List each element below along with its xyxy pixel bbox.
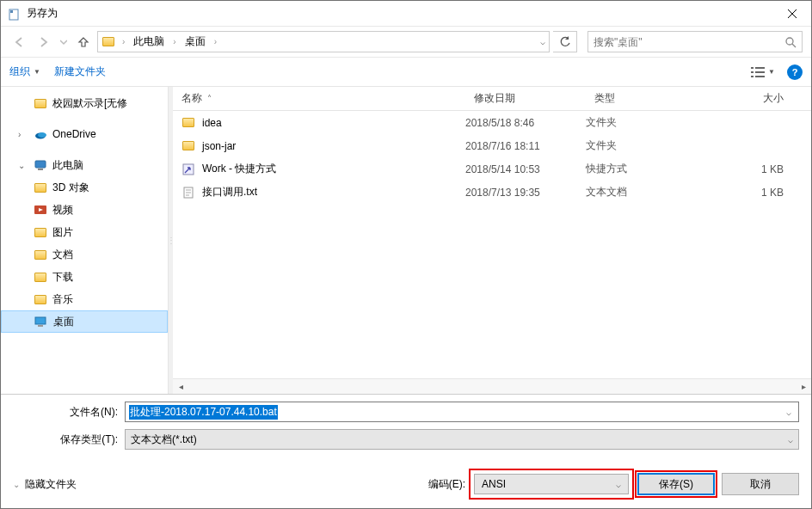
- new-folder-label: 新建文件夹: [54, 64, 106, 79]
- svg-rect-1: [10, 10, 13, 13]
- chevron-down-icon: ⌵: [788, 435, 793, 445]
- sidebar-item-music[interactable]: 音乐: [1, 288, 168, 310]
- chevron-right-icon: ›: [211, 37, 220, 46]
- view-mode-button[interactable]: ▼: [751, 66, 775, 78]
- scroll-right-button[interactable]: ▸: [796, 379, 811, 395]
- folder-icon: [181, 116, 195, 130]
- breadcrumb-root[interactable]: 此电脑: [132, 34, 166, 49]
- svg-rect-10: [751, 76, 754, 77]
- svg-rect-6: [751, 67, 754, 69]
- app-icon: [8, 7, 22, 21]
- folder-icon: [34, 292, 47, 306]
- titlebar: 另存为: [1, 1, 811, 27]
- save-form: 文件名(N): 批处理-2018.07.17-07.44.10.bat ⌵ 保存…: [1, 395, 811, 463]
- filename-value: 批处理-2018.07.17-07.44.10.bat: [129, 405, 278, 420]
- col-size[interactable]: 大小: [715, 91, 792, 106]
- breadcrumb-current[interactable]: 桌面: [183, 34, 207, 49]
- encoding-select[interactable]: ANSI ⌵: [474, 474, 629, 494]
- history-dropdown[interactable]: [58, 32, 70, 52]
- horizontal-scrollbar[interactable]: ◂ ▸: [173, 378, 811, 394]
- file-row[interactable]: Work - 快捷方式 2018/5/14 10:53 快捷方式 1 KB: [173, 157, 811, 181]
- desktop-icon: [34, 315, 48, 328]
- folder-icon: [34, 225, 47, 239]
- sidebar-item-folder[interactable]: 校园默示录[无修: [1, 92, 168, 114]
- chevron-down-icon: ▼: [768, 68, 775, 76]
- up-button[interactable]: [73, 32, 94, 52]
- onedrive-icon: [34, 127, 47, 141]
- sidebar-item-downloads[interactable]: 下载: [1, 266, 168, 288]
- chevron-down-icon: ⌄: [13, 480, 20, 489]
- svg-line-5: [792, 44, 796, 47]
- shortcut-icon: [181, 163, 195, 176]
- svg-rect-9: [755, 71, 765, 73]
- cancel-button[interactable]: 取消: [722, 473, 799, 495]
- folder-icon: [34, 248, 47, 261]
- file-row[interactable]: idea 2018/5/18 8:46 文件夹: [173, 111, 811, 134]
- search-input[interactable]: [594, 36, 784, 48]
- chevron-right-icon: ›: [169, 37, 179, 46]
- folder-icon: [34, 181, 47, 194]
- filename-label: 文件名(N):: [13, 405, 125, 420]
- sidebar-item-label: 视频: [52, 203, 73, 218]
- organize-button[interactable]: 组织 ▼: [9, 64, 40, 79]
- svg-rect-18: [35, 317, 46, 324]
- back-button[interactable]: [9, 32, 30, 52]
- filename-input[interactable]: 批处理-2018.07.17-07.44.10.bat ⌵: [125, 402, 799, 422]
- file-row[interactable]: json-jar 2018/7/16 18:11 文件夹: [173, 134, 811, 157]
- col-type[interactable]: 类型: [586, 91, 715, 106]
- help-button[interactable]: ?: [787, 64, 803, 80]
- svg-rect-11: [755, 76, 765, 77]
- organize-label: 组织: [9, 64, 30, 79]
- sidebar-item-thispc[interactable]: ⌄ 此电脑: [1, 154, 168, 176]
- col-name[interactable]: 名称 ˄: [173, 91, 465, 106]
- col-modified[interactable]: 修改日期: [465, 91, 586, 106]
- sidebar-item-videos[interactable]: 视频: [1, 199, 168, 221]
- sidebar-item-documents[interactable]: 文档: [1, 243, 168, 266]
- file-list: idea 2018/5/18 8:46 文件夹 json-jar 2018/7/…: [173, 111, 811, 378]
- sidebar-item-label: 文档: [52, 248, 73, 262]
- sidebar-item-onedrive[interactable]: › OneDrive: [1, 123, 168, 145]
- svg-rect-8: [751, 71, 754, 73]
- search-box[interactable]: [587, 31, 803, 52]
- expand-icon[interactable]: ›: [18, 130, 28, 139]
- filetype-label: 保存类型(T):: [13, 432, 125, 447]
- column-headers: 名称 ˄ 修改日期 类型 大小: [173, 87, 811, 111]
- footer: ⌄ 隐藏文件夹 编码(E): ANSI ⌵ 保存(S) 取消: [1, 463, 811, 508]
- sidebar-item-label: 下载: [52, 270, 73, 285]
- chevron-down-icon: ⌵: [616, 480, 621, 489]
- refresh-button[interactable]: [553, 31, 577, 52]
- chevron-down-icon[interactable]: ⌵: [783, 408, 795, 417]
- collapse-icon[interactable]: ⌄: [18, 161, 28, 170]
- sidebar-item-desktop[interactable]: 桌面: [1, 310, 168, 333]
- new-folder-button[interactable]: 新建文件夹: [54, 64, 106, 79]
- filetype-select[interactable]: 文本文档(*.txt) ⌵: [125, 429, 799, 450]
- sidebar-item-3dobjects[interactable]: 3D 对象: [1, 176, 168, 199]
- address-bar[interactable]: › 此电脑 › 桌面 › ⌵: [97, 31, 550, 52]
- toolbar: 组织 ▼ 新建文件夹 ▼ ?: [1, 58, 811, 87]
- address-history-dropdown[interactable]: ⌵: [540, 37, 545, 46]
- folder-icon: [181, 139, 195, 153]
- sidebar-item-label: 此电脑: [52, 158, 83, 173]
- search-icon: [784, 36, 797, 48]
- close-button[interactable]: [772, 1, 811, 26]
- sidebar-item-label: 桌面: [53, 315, 74, 329]
- scroll-left-button[interactable]: ◂: [173, 379, 188, 395]
- sidebar-item-label: OneDrive: [52, 128, 96, 140]
- file-row[interactable]: 接口调用.txt 2018/7/13 19:35 文本文档 1 KB: [173, 181, 811, 204]
- svg-point-13: [38, 132, 46, 138]
- scroll-track[interactable]: [188, 379, 796, 395]
- svg-rect-7: [755, 67, 765, 69]
- hide-folders-toggle[interactable]: ⌄ 隐藏文件夹: [13, 477, 77, 492]
- sidebar: 校园默示录[无修 › OneDrive ⌄ 此电脑 3D 对象: [1, 87, 169, 394]
- videos-icon: [34, 203, 47, 217]
- hide-folders-label: 隐藏文件夹: [25, 477, 77, 492]
- save-button[interactable]: 保存(S): [637, 473, 715, 495]
- sidebar-item-label: 音乐: [52, 292, 73, 307]
- sidebar-item-pictures[interactable]: 图片: [1, 221, 168, 243]
- folder-icon: [102, 35, 115, 49]
- svg-rect-19: [38, 325, 43, 327]
- svg-point-4: [786, 38, 793, 45]
- sidebar-item-label: 3D 对象: [52, 181, 89, 195]
- sort-asc-icon: ˄: [207, 94, 212, 103]
- forward-button[interactable]: [34, 32, 54, 52]
